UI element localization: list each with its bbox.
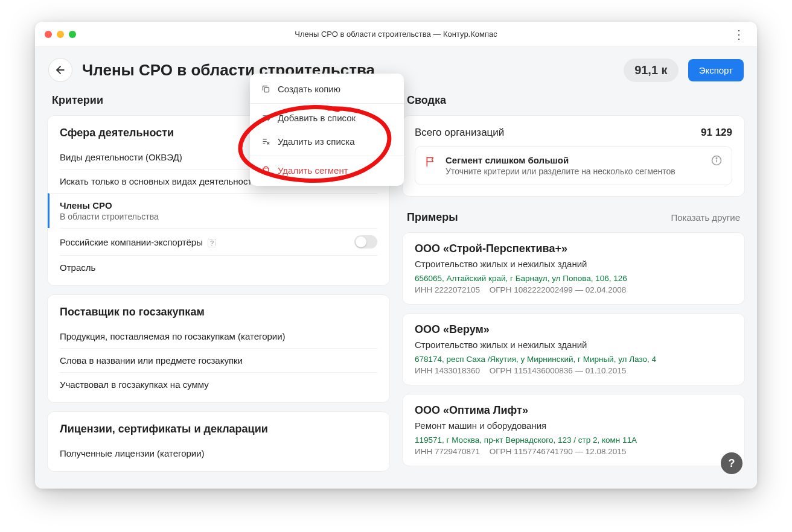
row-label: Продукция, поставляемая по госзакупкам (… xyxy=(60,331,286,341)
summary-total-row: Всего организаций 91 129 xyxy=(415,127,732,139)
example-company[interactable]: ООО «Строй-Перспектива+» Строительство ж… xyxy=(402,232,745,305)
criteria-card-licenses: Лицензии, сертификаты и декларации Получ… xyxy=(47,411,390,472)
company-inn: ИНН 2222072105 xyxy=(415,285,480,294)
menu-label: Создать копию xyxy=(278,84,340,94)
company-address: 678174, респ Саха /Якутия, у Мирнинский,… xyxy=(415,355,732,364)
show-other-link[interactable]: Показать другие xyxy=(671,212,740,223)
back-button[interactable] xyxy=(48,58,72,82)
menu-add-to-list[interactable]: Добавить в список xyxy=(250,106,404,130)
segment-actions-popover: Создать копию Добавить в список Удалить … xyxy=(250,74,404,186)
menu-separator xyxy=(250,103,404,104)
row-sublabel: В области строительства xyxy=(60,212,159,221)
company-activity: Строительство жилых и нежилых зданий xyxy=(415,340,732,350)
example-company[interactable]: ООО «Оптима Лифт» Ремонт машин и оборудо… xyxy=(402,394,745,466)
company-name: ООО «Оптима Лифт» xyxy=(415,404,732,417)
summary-card: Всего организаций 91 129 Сегмент слишком… xyxy=(402,115,745,197)
info-icon[interactable] xyxy=(711,155,722,168)
menu-remove-from-list[interactable]: Удалить из списка xyxy=(250,130,404,153)
company-ogrn: ОГРН 1082222002499 — 02.04.2008 xyxy=(490,285,627,294)
criteria-row-licenses[interactable]: Полученные лицензии (категории) xyxy=(60,442,377,465)
alert-title: Сегмент слишком большой xyxy=(446,155,675,165)
export-button[interactable]: Экспорт xyxy=(688,59,744,81)
company-info: ИНН 7729470871 ОГРН 1157746741790 — 12.0… xyxy=(415,447,732,456)
arrow-left-icon xyxy=(54,64,66,76)
company-info: ИНН 2222072105 ОГРН 1082222002499 — 02.0… xyxy=(415,285,732,294)
help-fab[interactable]: ? xyxy=(721,452,742,474)
row-label: Российские компании-экспортёры xyxy=(60,237,203,247)
criteria-row-industry[interactable]: Отрасль xyxy=(60,255,377,279)
row-label: Полученные лицензии (категории) xyxy=(60,448,205,458)
trash-icon xyxy=(261,166,270,175)
company-name: ООО «Верум» xyxy=(415,323,732,336)
company-info: ИНН 1433018360 ОГРН 1151436000836 — 01.1… xyxy=(415,366,732,375)
segment-too-large-alert: Сегмент слишком большой Уточните критери… xyxy=(415,146,732,185)
criteria-row-procurement-categories[interactable]: Продукция, поставляемая по госзакупкам (… xyxy=(60,325,377,348)
summary-total-label: Всего организаций xyxy=(415,127,504,139)
company-address: 119571, г Москва, пр-кт Вернадского, 123… xyxy=(415,435,732,445)
company-address: 656065, Алтайский край, г Барнаул, ул По… xyxy=(415,274,732,283)
examples-header: Примеры Показать другие xyxy=(402,205,745,224)
row-label: Слова в названии или предмете госзакупки xyxy=(60,355,243,366)
app-window: Члены СРО в области строительства — Конт… xyxy=(35,22,757,489)
criteria-row-exporters[interactable]: Российские компании-экспортёры ? xyxy=(60,228,377,255)
criteria-row-procurement-words[interactable]: Слова в названии или предмете госзакупки xyxy=(60,348,377,372)
company-ogrn: ОГРН 1157746741790 — 12.08.2015 xyxy=(490,447,627,456)
company-ogrn: ОГРН 1151436000836 — 01.10.2015 xyxy=(490,366,627,375)
criteria-row-sro-members[interactable]: Члены СРО В области строительства xyxy=(48,193,377,228)
examples-heading: Примеры xyxy=(407,211,458,224)
menu-label: Добавить в список xyxy=(278,113,356,123)
list-add-icon xyxy=(261,113,270,122)
summary-heading: Сводка xyxy=(402,90,745,107)
company-activity: Ремонт машин и оборудования xyxy=(415,420,732,431)
summary-column: Сводка Всего организаций 91 129 Сегмент … xyxy=(402,90,745,489)
help-icon[interactable]: ? xyxy=(208,239,216,247)
svg-point-3 xyxy=(716,158,717,159)
menu-separator xyxy=(250,156,404,156)
example-company[interactable]: ООО «Верум» Строительство жилых и нежилы… xyxy=(402,313,745,385)
svg-rect-4 xyxy=(264,87,269,92)
flag-icon xyxy=(425,156,437,171)
count-pill: 91,1 к xyxy=(624,59,679,82)
summary-total-value: 91 129 xyxy=(701,127,732,139)
company-inn: ИНН 7729470871 xyxy=(415,447,480,456)
window-title: Члены СРО в области строительства — Конт… xyxy=(35,30,757,39)
menu-label: Удалить из списка xyxy=(278,136,355,147)
company-name: ООО «Строй-Перспектива+» xyxy=(415,242,732,255)
titlebar: Члены СРО в области строительства — Конт… xyxy=(35,22,757,47)
card-title: Поставщик по госзакупкам xyxy=(60,306,377,318)
row-label: Участвовал в госзакупках на сумму xyxy=(60,379,209,390)
exporters-toggle[interactable] xyxy=(354,235,377,249)
copy-icon xyxy=(261,84,270,93)
row-label: Виды деятельности (ОКВЭД) xyxy=(60,152,182,162)
company-inn: ИНН 1433018360 xyxy=(415,366,480,375)
row-label: Члены СРО xyxy=(60,200,159,211)
criteria-row-procurement-sum[interactable]: Участвовал в госзакупках на сумму xyxy=(60,372,377,396)
menu-create-copy[interactable]: Создать копию xyxy=(250,77,404,101)
company-activity: Строительство жилых и нежилых зданий xyxy=(415,259,732,269)
menu-delete-segment[interactable]: Удалить сегмент xyxy=(250,159,404,182)
menu-label: Удалить сегмент xyxy=(278,165,348,176)
list-remove-icon xyxy=(261,137,270,146)
row-label: Искать только в основных видах деятельно… xyxy=(60,176,257,186)
alert-desc: Уточните критерии или разделите на неско… xyxy=(446,166,675,176)
row-label: Отрасль xyxy=(60,262,95,273)
card-title: Лицензии, сертификаты и декларации xyxy=(60,423,377,435)
criteria-card-procurement: Поставщик по госзакупкам Продукция, пост… xyxy=(47,294,390,403)
